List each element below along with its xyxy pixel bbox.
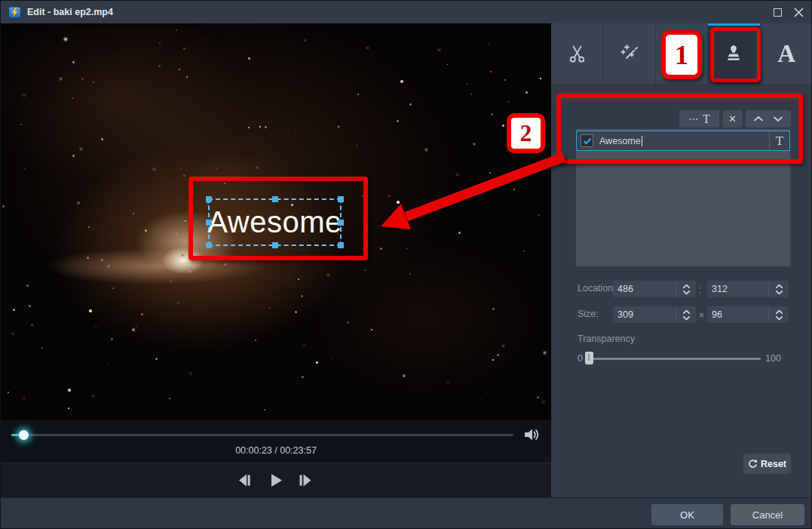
location-x-field: [613, 281, 696, 297]
resize-handle-n[interactable]: [272, 196, 278, 202]
location-x-spinner[interactable]: [676, 281, 696, 297]
player-seek-strip: 00:00:23 / 00:23:57: [1, 420, 551, 463]
location-y-field: [707, 281, 789, 297]
cancel-button[interactable]: Cancel: [731, 504, 804, 525]
transparency-min: 0: [578, 353, 583, 364]
resize-handle-e[interactable]: [338, 220, 344, 226]
resize-handle-se[interactable]: [338, 242, 344, 248]
dialog-footer: OK Cancel: [1, 497, 812, 529]
text-icon: T: [703, 112, 710, 126]
close-button[interactable]: [794, 8, 804, 17]
tab-subtitle[interactable]: A: [761, 23, 812, 84]
reset-button[interactable]: Reset: [743, 454, 791, 474]
reset-label: Reset: [761, 459, 786, 469]
transparency-max: 100: [765, 353, 781, 364]
watermark-text-input[interactable]: Awesome: [599, 136, 769, 146]
title-bar: Edit - baki ep2.mp4: [1, 1, 812, 23]
resize-handle-nw[interactable]: [206, 196, 212, 202]
tab-effect[interactable]: [603, 23, 655, 84]
reorder-watermark-button[interactable]: [746, 110, 791, 128]
tool-tab-bar: A: [551, 23, 812, 84]
text-style-icon: T: [776, 134, 783, 149]
step-back-button[interactable]: [237, 473, 253, 487]
step-forward-button[interactable]: [299, 473, 314, 487]
transparency-label: Transparency: [578, 334, 635, 344]
resize-handle-ne[interactable]: [338, 196, 344, 202]
location-label: Location:: [578, 283, 616, 294]
watermark-list-item[interactable]: Awesome T: [576, 131, 790, 151]
edit-side-panel: A ⋯ T ✕: [551, 23, 812, 497]
transport-bar: [1, 463, 551, 497]
subtitle-a-icon: A: [777, 40, 795, 68]
resize-handle-s[interactable]: [272, 242, 278, 248]
size-width-input[interactable]: [613, 306, 676, 323]
watermark-checkbox[interactable]: [581, 134, 593, 147]
location-x-input[interactable]: [613, 281, 676, 297]
stamp-icon: [723, 43, 744, 64]
spinner-down-icon: [683, 291, 690, 294]
spinner-down-icon: [776, 316, 783, 320]
checkmark-icon: [583, 137, 592, 145]
size-height-spinner[interactable]: [768, 306, 789, 323]
transparency-slider-handle[interactable]: [585, 352, 593, 364]
location-y-input[interactable]: [707, 281, 768, 297]
more-icon: ⋯: [688, 113, 698, 125]
tab-cut[interactable]: [551, 23, 603, 84]
reset-icon: [748, 459, 758, 469]
size-separator: ×: [699, 310, 704, 321]
edit-dialog-window: Edit - baki ep2.mp4 Awesome: [0, 0, 812, 529]
ok-button[interactable]: OK: [651, 504, 723, 525]
chevron-up-icon: [754, 116, 763, 121]
magic-wand-icon: [619, 44, 639, 64]
size-label: Size:: [578, 309, 599, 319]
delete-watermark-button[interactable]: ✕: [723, 110, 742, 128]
size-width-spinner[interactable]: [676, 306, 696, 323]
add-text-watermark-button[interactable]: ⋯ T: [679, 110, 719, 128]
maximize-button[interactable]: [774, 8, 782, 17]
size-width-field: [613, 306, 696, 323]
text-caret: [642, 136, 642, 146]
spinner-down-icon: [683, 316, 690, 320]
delete-icon: ✕: [728, 113, 737, 125]
watermark-text-value: Awesome: [599, 136, 641, 146]
spinner-up-icon: [776, 310, 783, 314]
resize-handle-w[interactable]: [206, 220, 212, 226]
volume-icon[interactable]: [524, 427, 541, 442]
scissors-icon: [567, 44, 587, 64]
size-height-field: [707, 306, 789, 323]
video-preview[interactable]: Awesome: [1, 23, 551, 420]
seek-bar[interactable]: [11, 434, 513, 436]
location-separator: :: [699, 284, 701, 295]
transparency-slider-track[interactable]: [590, 358, 761, 360]
edit-text-style-button[interactable]: T: [769, 131, 789, 150]
seek-handle[interactable]: [19, 430, 29, 440]
spinner-up-icon: [776, 284, 783, 288]
play-button[interactable]: [269, 473, 284, 487]
spinner-up-icon: [683, 284, 690, 288]
watermark-overlay-text[interactable]: Awesome: [210, 200, 340, 245]
tab-watermark[interactable]: [708, 23, 760, 84]
window-title: Edit - baki ep2.mp4: [27, 7, 113, 17]
spinner-up-icon: [683, 310, 690, 314]
watermark-toolbar: ⋯ T ✕: [551, 110, 812, 128]
chevron-down-icon: [774, 116, 783, 121]
app-icon: [8, 6, 21, 19]
tab-crop[interactable]: [656, 23, 708, 84]
time-display: 00:00:23 / 00:23:57: [1, 445, 551, 456]
size-height-input[interactable]: [707, 306, 768, 323]
location-y-spinner[interactable]: [768, 281, 789, 297]
spinner-down-icon: [776, 291, 783, 294]
watermark-selection-box[interactable]: Awesome: [208, 198, 342, 246]
resize-handle-sw[interactable]: [206, 242, 212, 248]
